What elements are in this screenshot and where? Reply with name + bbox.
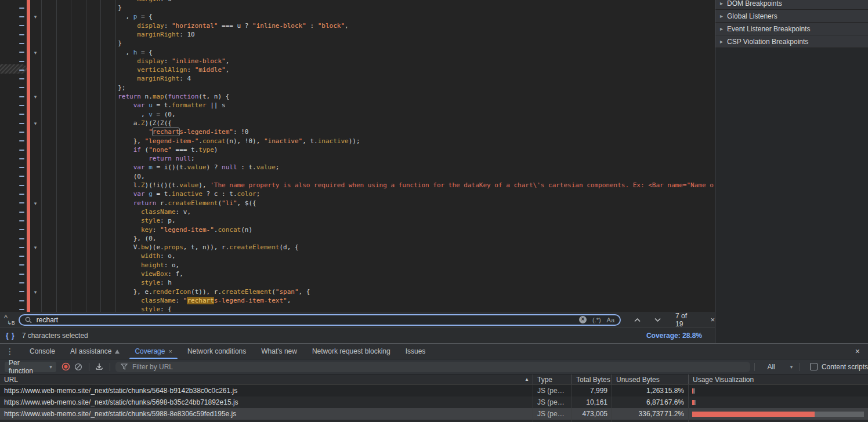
code-line[interactable]: marginRight: 4 — [110, 74, 191, 83]
code-line[interactable]: style: { — [110, 305, 172, 312]
code-token: : — [306, 22, 318, 30]
pretty-print-button[interactable]: { } — [6, 332, 15, 340]
sidebar-section-dom-breakpoints[interactable]: ▸DOM Breakpoints — [715, 0, 868, 10]
replace-toggle-icon[interactable]: A ↳B — [3, 315, 15, 325]
code-token: style — [141, 217, 160, 224]
code-line[interactable]: }; — [110, 83, 126, 92]
code-token — [110, 75, 137, 82]
chevron-right-icon: ▸ — [720, 26, 723, 32]
code-line[interactable]: var m = i()(t.value) ? null : t.value; — [110, 163, 279, 172]
tab-coverage[interactable]: Coverage× — [127, 344, 179, 359]
source-editor[interactable]: ▾▾▾▾▾▾▾ margin: 0 } , p = { display: "ho… — [0, 0, 715, 312]
code-line[interactable]: } — [110, 39, 122, 48]
chevron-right-icon: ▸ — [720, 38, 723, 45]
code-line[interactable]: if ("none" === t.type) — [110, 145, 218, 154]
code-line[interactable]: "recharts-legend-item": !0 — [110, 128, 248, 136]
code-line[interactable]: return r.createElement("li", $({ — [110, 199, 256, 208]
search-input[interactable]: rechart × (.*) Aa — [19, 314, 621, 326]
code-line[interactable]: marginRight: 10 — [110, 30, 195, 39]
code-line[interactable]: V.bw)(e.props, t, n)), r.createElement(d… — [110, 243, 299, 252]
code-line[interactable]: var u = t.formatter || s — [110, 101, 226, 110]
code-line[interactable]: height: o, — [110, 261, 179, 270]
column-header-usage-visualization[interactable]: Usage Visualization — [688, 374, 868, 384]
column-header-total-bytes[interactable]: Total Bytes — [572, 374, 612, 384]
more-tabs-icon[interactable]: ⋮ — [6, 347, 14, 356]
code-line[interactable]: className: v, — [110, 208, 191, 216]
debugger-sidebar: ▸DOM Breakpoints▸Global Listeners▸Event … — [715, 0, 868, 343]
code-line[interactable]: width: o, — [110, 252, 176, 260]
code-line[interactable]: , h = { — [110, 48, 153, 57]
table-row[interactable]: https://www.web-memo.site/_next/static/c… — [0, 385, 868, 396]
sidebar-section-global-listeners[interactable]: ▸Global Listeners — [715, 10, 868, 23]
code-token: createElement — [229, 243, 279, 251]
code-line[interactable]: (0, — [110, 172, 145, 181]
table-row[interactable]: https://www.web-memo.site/_next/static/c… — [0, 408, 868, 420]
close-drawer-icon[interactable]: × — [855, 347, 860, 356]
code-line[interactable]: }, "legend-item-".concat(n), !0), "inact… — [110, 137, 360, 145]
match-case-toggle[interactable]: Aa — [607, 316, 614, 323]
tab-close-icon[interactable]: × — [168, 348, 172, 355]
code-token — [110, 0, 137, 3]
code-line[interactable]: , v = (0, — [110, 110, 176, 119]
code-token: var — [133, 101, 145, 109]
content-scripts-checkbox[interactable] — [810, 363, 818, 370]
sidebar-section-event-listener-breakpoints[interactable]: ▸Event Listener Breakpoints — [715, 23, 868, 35]
code-token: width — [141, 252, 160, 260]
tab-console[interactable]: Console — [22, 344, 63, 359]
table-row[interactable] — [0, 420, 868, 422]
chevron-up-icon — [634, 318, 641, 322]
type-filter-select[interactable]: All ▾ — [767, 363, 793, 371]
code-line[interactable]: key: "legend-item-".concat(n) — [110, 225, 252, 234]
code-line[interactable]: style: p, — [110, 216, 176, 225]
code-token: , — [287, 297, 291, 304]
search-query-text[interactable]: rechart — [37, 316, 573, 324]
code-line[interactable]: return null; — [110, 154, 195, 163]
tab-ai-assistance[interactable]: AI assistance — [63, 344, 127, 359]
code-line[interactable]: } — [110, 3, 122, 12]
regex-toggle[interactable]: (.*) — [592, 316, 601, 323]
code-line[interactable]: viewBox: f, — [110, 270, 183, 278]
code-token: n. — [141, 93, 153, 100]
code-line[interactable]: className: "recharts-legend-item-text", — [110, 296, 291, 305]
code-line[interactable]: }, (0, — [110, 234, 156, 243]
column-header-unused-bytes[interactable]: Unused Bytes — [612, 374, 688, 384]
code-token: (d, { — [279, 243, 298, 251]
code-line[interactable]: display: "inline-block", — [110, 57, 229, 66]
code-token: className — [141, 297, 176, 304]
clear-search-icon[interactable]: × — [579, 316, 587, 323]
code-token: style — [141, 305, 160, 312]
code-token: "li" — [222, 199, 237, 207]
tab-issues[interactable]: Issues — [398, 344, 433, 359]
cell-url — [0, 420, 533, 422]
table-row[interactable]: https://www.web-memo.site/_next/static/c… — [0, 396, 868, 408]
sidebar-section-csp-violation-breakpoints[interactable]: ▸CSP Violation Breakpoints — [715, 35, 868, 48]
code-line[interactable]: a.Z)(Z(Z({ — [110, 119, 172, 128]
url-filter-input[interactable]: Filter by URL — [115, 362, 750, 372]
tab-network-request-blocking[interactable]: Network request blocking — [305, 344, 398, 359]
code-line[interactable]: style: h — [110, 278, 172, 287]
code-line[interactable]: return n.map(function(t, n) { — [110, 92, 229, 101]
export-coverage-button[interactable] — [93, 361, 106, 373]
code-line[interactable]: , p = { — [110, 12, 153, 21]
clear-coverage-button[interactable] — [72, 361, 84, 373]
tab-what-s-new[interactable]: What's new — [254, 344, 305, 359]
unused-bytes-value: 6,871 — [612, 398, 664, 406]
coverage-percent-link[interactable]: Coverage: 28.8% — [646, 332, 702, 340]
code-token: return — [149, 155, 172, 162]
code-line[interactable]: l.Z)(!i()(t.value), 'The name property i… — [110, 181, 714, 190]
code-token: "none" — [149, 146, 172, 154]
code-line[interactable]: verticalAlign: "middle", — [110, 66, 229, 74]
code-line[interactable]: var g = t.inactive ? c : t.color; — [110, 190, 260, 198]
column-header-type[interactable]: Type — [533, 374, 572, 384]
start-coverage-button[interactable] — [60, 361, 72, 373]
previous-match-button[interactable] — [634, 318, 641, 322]
code-line[interactable]: display: "horizontal" === u ? "inline-bl… — [110, 21, 349, 30]
close-search-icon[interactable]: × — [710, 315, 715, 324]
code-line[interactable]: }, e.renderIcon(t)), r.createElement("sp… — [110, 288, 310, 296]
coverage-mode-select[interactable]: Per function ▾ — [5, 362, 56, 372]
code-token: (0, — [110, 173, 145, 180]
unused-bytes-value: 1,263 — [612, 387, 664, 395]
column-header-url[interactable]: URL ▲ — [0, 374, 533, 384]
next-match-button[interactable] — [654, 318, 661, 322]
tab-network-conditions[interactable]: Network conditions — [180, 344, 254, 359]
